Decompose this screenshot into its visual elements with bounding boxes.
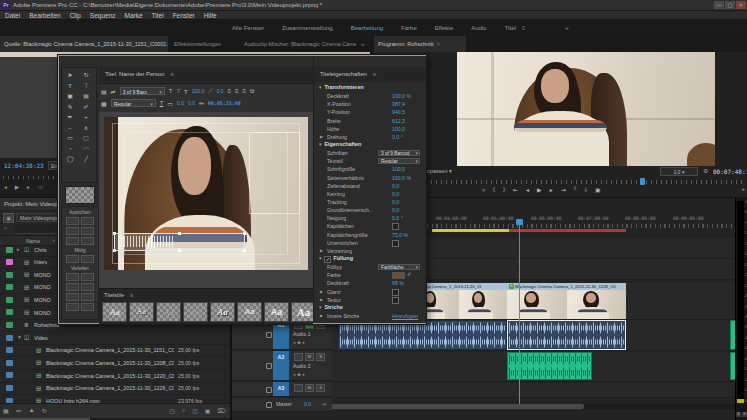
menu-item[interactable]: Marke xyxy=(125,12,143,19)
align-icon[interactable] xyxy=(81,217,94,225)
property-value[interactable]: 75,0 % xyxy=(392,232,408,238)
eyedropper-icon[interactable]: ✐ xyxy=(407,271,411,277)
label-color-chip[interactable] xyxy=(6,247,13,253)
workspace-tab[interactable]: Zusammenstellung xyxy=(282,25,333,31)
panel-menu-icon[interactable]: ≡ xyxy=(130,292,133,298)
project-item-row[interactable]: ▤ Blackmagic Cinema Camera_1_2015-11-30_… xyxy=(0,370,230,383)
group-header-properties[interactable]: ▼Eigenschaften xyxy=(314,141,426,149)
style-swatch[interactable]: Aa xyxy=(237,302,262,322)
property-row[interactable]: Deckkraft 68 % xyxy=(314,279,426,287)
export-frame-icon[interactable]: ▭ xyxy=(38,184,43,190)
menu-item[interactable]: Titel xyxy=(152,12,164,19)
pen-tool[interactable]: ✒ xyxy=(62,112,78,123)
show-video-icon[interactable]: ⧉ xyxy=(250,88,254,95)
align-icon[interactable] xyxy=(66,237,79,245)
overflow-chevron-icon[interactable]: » xyxy=(565,25,568,31)
expand-toggle-icon[interactable]: ▼ xyxy=(17,334,22,340)
label-color-chip[interactable] xyxy=(6,385,13,391)
project-item-row[interactable]: ▼ ◫ Video xyxy=(0,332,230,345)
step-back-icon[interactable]: ◂ xyxy=(4,184,7,190)
distribute-icon[interactable] xyxy=(66,273,79,281)
export-frame-icon[interactable]: ▣ xyxy=(595,186,601,193)
keyframe-nav-icons[interactable]: ◂◆▸ xyxy=(293,372,307,377)
label-color-chip[interactable] xyxy=(6,360,13,366)
label-color-chip[interactable] xyxy=(6,259,13,265)
background-video-timecode[interactable]: 00:05:33:08 xyxy=(208,100,241,106)
mute-button[interactable]: M xyxy=(305,384,314,392)
playhead-caret[interactable] xyxy=(516,219,523,225)
label-color-chip[interactable] xyxy=(6,335,13,341)
project-item-row[interactable]: ▤ Blackmagic Cinema Camera_1_2015-11-30_… xyxy=(0,383,230,396)
project-item-row[interactable]: ▤ Blackmagic Cinema Camera_1_2015-11-30_… xyxy=(0,345,230,358)
property-value[interactable]: 3 of 9 Barcod xyxy=(378,150,420,157)
font-style-dropdown[interactable]: Regular xyxy=(111,99,156,107)
property-row[interactable]: Y-Position 940,5 xyxy=(314,108,426,116)
distribute-icon[interactable] xyxy=(81,293,94,301)
property-row[interactable]: Schriftart 3 of 9 Barcod xyxy=(314,149,426,157)
label-color-chip[interactable] xyxy=(6,347,13,353)
align-right-icon[interactable]: ≡ xyxy=(242,88,246,94)
distribute-icon[interactable] xyxy=(66,293,79,301)
property-row[interactable]: ▶ Textur xyxy=(314,296,426,304)
tracking-value[interactable]: 0,0 xyxy=(188,100,195,106)
expand-arrow-icon[interactable]: ▶ xyxy=(320,313,323,318)
align-icon[interactable] xyxy=(66,227,79,235)
menu-item[interactable]: Hilfe xyxy=(204,12,217,19)
font-family-dropdown[interactable]: 3 of 9 Barc xyxy=(120,87,165,95)
type-tool[interactable]: T xyxy=(62,81,78,92)
program-playhead[interactable] xyxy=(640,178,645,185)
property-row[interactable]: Tracking 0,0 xyxy=(314,198,426,206)
font-size-value[interactable]: 100,0 xyxy=(192,88,205,94)
rectangle-tool[interactable]: ▭ xyxy=(62,133,78,144)
property-row[interactable]: ▶ Verzerrung xyxy=(314,247,426,255)
distribute-icon[interactable] xyxy=(66,303,79,311)
group-header-transform[interactable]: ▼Transformieren xyxy=(314,84,426,92)
maximize-button[interactable]: ▢ xyxy=(725,1,735,9)
tab-audio-clip-mixer[interactable]: Audioclip-Mischer: Blackmagic Cinema Cam… xyxy=(240,36,356,52)
delete-anchor-tool[interactable]: − xyxy=(62,123,78,134)
property-value[interactable]: 0,0 ° xyxy=(392,215,403,221)
style-swatch[interactable]: Aa xyxy=(183,302,208,322)
label-color-chip[interactable] xyxy=(6,322,13,328)
video-clip[interactable]: fxBlackmagic Cinema Camera_1_2015-11-30_… xyxy=(507,283,626,319)
track-badge-a2[interactable]: A2 xyxy=(273,351,289,380)
tab-source-monitor[interactable]: Quelle: Blackmagic Cinema Camera_1_2015-… xyxy=(0,36,168,52)
distribute-icon[interactable] xyxy=(66,283,79,291)
expand-toggle-icon[interactable]: ▸ xyxy=(17,246,20,252)
align-icon[interactable] xyxy=(81,227,94,235)
property-row[interactable]: ▶ Glanz xyxy=(314,288,426,296)
expand-arrow-icon[interactable]: ▶ xyxy=(320,134,323,139)
property-row[interactable]: Breite 612,3 xyxy=(314,117,426,125)
track-header-master[interactable]: Master 0,0 ⇥ xyxy=(232,398,332,412)
panel-menu-icon[interactable]: ≡ xyxy=(373,71,376,77)
path-type-tool[interactable]: ✎ xyxy=(62,102,78,113)
italic-button[interactable]: T xyxy=(176,88,180,94)
templates-icon[interactable]: ▦ xyxy=(101,100,107,107)
workspace-tab[interactable]: Farbe xyxy=(401,25,417,31)
underline-button[interactable]: T xyxy=(160,100,164,106)
panel-menu-icon[interactable]: ≡ xyxy=(522,25,526,31)
solo-button[interactable]: S xyxy=(316,384,325,392)
tab-title-editor[interactable]: Titel: Name der Person≡ xyxy=(99,67,313,82)
program-fit-dropdown[interactable]: Anpassen ▾ xyxy=(423,168,452,174)
title-preview-video[interactable] xyxy=(104,117,308,270)
marker-icon[interactable]: ▿ xyxy=(482,186,485,193)
zoom-slider[interactable]: ▲ xyxy=(29,407,35,414)
align-icon[interactable] xyxy=(81,237,94,245)
property-value[interactable] xyxy=(392,289,399,296)
group-header-strokes[interactable]: ▼Striche xyxy=(314,304,426,312)
fit-icon[interactable]: ⇥ xyxy=(322,401,326,407)
extract-icon[interactable]: ⤓ xyxy=(584,186,587,193)
property-row[interactable]: Seitenverhältnis 100,0 % xyxy=(314,174,426,182)
property-value[interactable]: Farbfläche xyxy=(378,264,420,271)
rounded-rectangle-tool[interactable]: ▢ xyxy=(78,133,94,144)
mark-in-icon[interactable]: { xyxy=(493,186,495,193)
menu-item[interactable]: Bearbeiten xyxy=(29,12,60,19)
fill-checkbox[interactable]: ✓ xyxy=(324,256,331,263)
property-row[interactable]: Höhe 100,0 xyxy=(314,125,426,133)
mute-button[interactable]: M xyxy=(305,353,314,361)
track-badge-a3[interactable]: A3 xyxy=(273,382,289,396)
align-left-icon[interactable]: ≡ xyxy=(227,88,231,94)
new-title-icon[interactable]: ▤ xyxy=(101,88,107,95)
property-row[interactable]: Textstil Regular xyxy=(314,157,426,165)
